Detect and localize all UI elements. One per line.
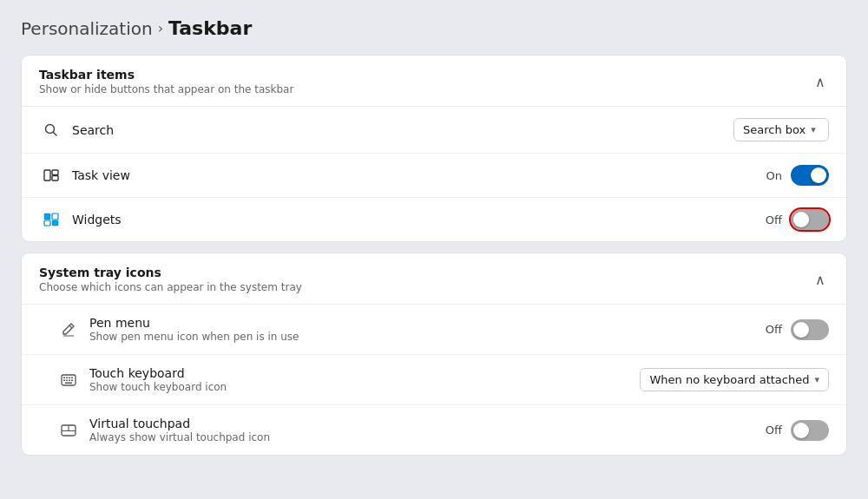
taskbar-items-section: Taskbar items Show or hide buttons that … <box>21 55 847 242</box>
svg-rect-2 <box>44 170 50 181</box>
touch-keyboard-icon <box>56 374 81 386</box>
pen-menu-status-label: Off <box>766 323 782 336</box>
pen-menu-label: Pen menu <box>89 316 766 330</box>
svg-line-9 <box>69 325 72 328</box>
widgets-toggle-knob <box>793 212 809 227</box>
task-view-label-group: Task view <box>72 168 766 182</box>
virtual-touchpad-toggle-knob <box>793 423 809 438</box>
virtual-touchpad-toggle[interactable] <box>791 420 829 441</box>
search-row: Search Search box ▾ <box>22 107 846 154</box>
taskbar-items-title: Taskbar items <box>39 68 293 82</box>
taskbar-items-subtitle: Show or hide buttons that appear on the … <box>39 83 293 95</box>
system-tray-collapse-button[interactable]: ∧ <box>812 268 829 292</box>
breadcrumb-separator: › <box>158 20 163 36</box>
widgets-icon <box>39 213 63 227</box>
svg-rect-12 <box>63 377 65 378</box>
widgets-label-group: Widgets <box>72 213 766 227</box>
breadcrumb: Personalization › Taskbar <box>21 17 847 39</box>
svg-rect-16 <box>63 379 65 381</box>
taskbar-items-header-text: Taskbar items Show or hide buttons that … <box>39 68 293 95</box>
svg-rect-19 <box>71 379 73 381</box>
pen-menu-control: Off <box>766 319 829 340</box>
pen-menu-label-group: Pen menu Show pen menu icon when pen is … <box>89 316 766 343</box>
taskbar-items-header: Taskbar items Show or hide buttons that … <box>22 56 846 107</box>
svg-rect-7 <box>44 220 50 226</box>
touch-keyboard-label-group: Touch keyboard Show touch keyboard icon <box>89 366 640 393</box>
search-label: Search <box>72 123 733 137</box>
pen-menu-toggle[interactable] <box>791 319 829 340</box>
svg-rect-20 <box>65 382 72 384</box>
svg-line-1 <box>54 132 57 135</box>
svg-rect-15 <box>71 377 73 378</box>
touch-keyboard-dropdown[interactable]: When no keyboard attached ▾ <box>640 368 829 391</box>
task-view-status-label: On <box>766 169 782 182</box>
widgets-control: Off <box>766 209 829 230</box>
touch-keyboard-label: Touch keyboard <box>89 366 640 380</box>
search-dropdown-value: Search box <box>743 123 806 136</box>
virtual-touchpad-status-label: Off <box>766 423 782 437</box>
virtual-touchpad-control: Off <box>766 420 829 441</box>
system-tray-title: System tray icons <box>39 266 302 279</box>
task-view-label: Task view <box>72 168 766 182</box>
touch-keyboard-control: When no keyboard attached ▾ <box>640 368 829 391</box>
search-label-group: Search <box>72 123 733 137</box>
touch-keyboard-row: Touch keyboard Show touch keyboard icon … <box>22 355 846 405</box>
pen-menu-row: Pen menu Show pen menu icon when pen is … <box>22 305 846 355</box>
search-dropdown[interactable]: Search box ▾ <box>733 118 829 141</box>
virtual-touchpad-icon <box>56 424 81 437</box>
svg-rect-18 <box>69 379 70 381</box>
pen-menu-icon <box>56 322 81 338</box>
breadcrumb-current: Taskbar <box>168 17 252 39</box>
widgets-status-label: Off <box>766 213 782 227</box>
system-tray-header: System tray icons Choose which icons can… <box>22 253 846 305</box>
widgets-toggle[interactable] <box>791 209 829 230</box>
search-icon <box>39 123 63 137</box>
system-tray-subtitle: Choose which icons can appear in the sys… <box>39 281 302 293</box>
chevron-up-icon: ∧ <box>815 74 825 90</box>
task-view-control: On <box>766 165 829 186</box>
svg-rect-6 <box>52 213 58 220</box>
task-view-icon <box>39 169 63 181</box>
pen-menu-toggle-knob <box>793 322 809 338</box>
system-tray-header-text: System tray icons Choose which icons can… <box>39 266 302 293</box>
system-tray-section: System tray icons Choose which icons can… <box>21 253 847 456</box>
virtual-touchpad-row: Virtual touchpad Always show virtual tou… <box>22 405 846 455</box>
svg-rect-17 <box>66 379 68 381</box>
svg-rect-13 <box>66 377 68 378</box>
taskbar-items-collapse-button[interactable]: ∧ <box>812 70 829 94</box>
task-view-row: Task view On <box>22 154 846 198</box>
touch-keyboard-dropdown-chevron: ▾ <box>814 374 819 385</box>
svg-rect-5 <box>44 213 50 220</box>
virtual-touchpad-sublabel: Always show virtual touchpad icon <box>89 431 766 443</box>
breadcrumb-parent[interactable]: Personalization <box>21 18 153 39</box>
svg-rect-8 <box>52 220 58 226</box>
svg-rect-14 <box>69 377 70 378</box>
search-control: Search box ▾ <box>733 118 829 141</box>
virtual-touchpad-label: Virtual touchpad <box>89 417 766 430</box>
touch-keyboard-sublabel: Show touch keyboard icon <box>89 381 640 393</box>
chevron-up-icon-2: ∧ <box>815 272 825 288</box>
task-view-toggle[interactable] <box>791 165 829 186</box>
search-dropdown-chevron: ▾ <box>811 124 816 135</box>
widgets-label: Widgets <box>72 213 766 227</box>
svg-rect-3 <box>52 170 58 175</box>
touch-keyboard-dropdown-value: When no keyboard attached <box>649 373 809 386</box>
widgets-row: Widgets Off <box>22 198 846 241</box>
svg-rect-4 <box>52 176 58 181</box>
pen-menu-sublabel: Show pen menu icon when pen is in use <box>89 331 766 343</box>
task-view-toggle-knob <box>811 167 826 183</box>
virtual-touchpad-label-group: Virtual touchpad Always show virtual tou… <box>89 417 766 443</box>
